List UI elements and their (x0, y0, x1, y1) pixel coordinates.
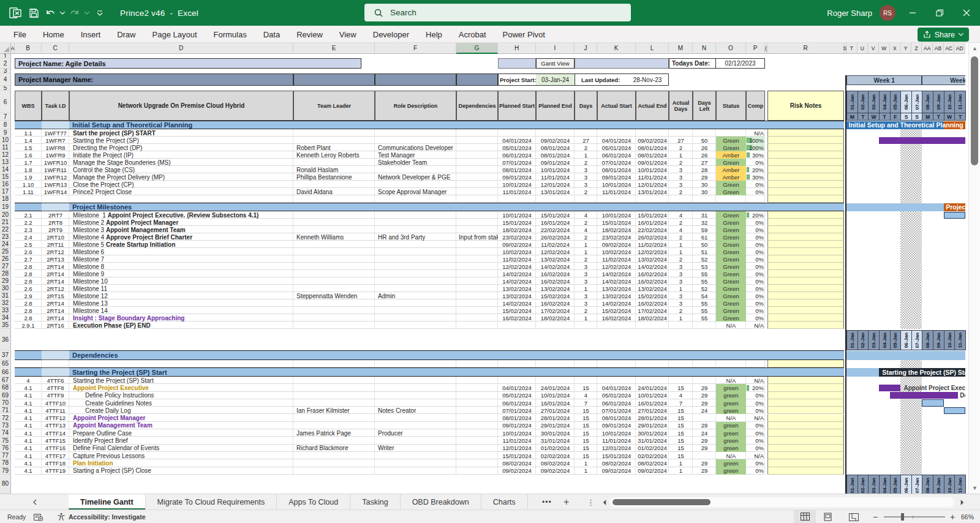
cell-K[interactable]: 09/02/2024 (597, 467, 636, 475)
cell-status[interactable]: Green (716, 314, 746, 322)
cell-status[interactable]: Amber (716, 151, 746, 159)
cell[interactable] (536, 129, 575, 137)
ribbon-tab-insert[interactable]: Insert (81, 30, 101, 39)
cell[interactable] (293, 399, 375, 407)
cell-L[interactable]: 12/01/2024 (636, 181, 669, 188)
table-header-E[interactable]: Team Leader (293, 91, 375, 121)
table-header-O[interactable]: Status (716, 91, 746, 121)
cell[interactable] (456, 292, 498, 299)
cell[interactable] (716, 360, 746, 367)
cell-wbs[interactable]: 1.1 (15, 129, 42, 137)
column-header-P[interactable]: P (746, 43, 765, 54)
cell-task-name[interactable]: Prince2 Project Close (69, 188, 293, 195)
ribbon-tab-home[interactable]: Home (43, 30, 64, 39)
cell-I[interactable]: 27/01/2024 (536, 407, 575, 414)
cell-J[interactable]: 2 (575, 144, 597, 151)
cell-wbs[interactable]: 4.1 (15, 445, 42, 452)
risk-notes-cell[interactable] (767, 292, 844, 299)
cell-J[interactable]: 15 (575, 384, 597, 391)
cell-J[interactable]: 2 (575, 188, 597, 195)
cell[interactable] (293, 422, 375, 429)
cell-H[interactable]: 08/02/2024 (498, 459, 536, 467)
cell-M[interactable]: 15 (669, 452, 693, 459)
cell-comp[interactable]: 0% (746, 407, 765, 414)
cell-wbs[interactable]: 1.7 (15, 159, 42, 166)
cell[interactable] (456, 407, 498, 414)
accessibility-status[interactable]: Accessibility: Investigate (57, 510, 145, 523)
cell-wbs[interactable]: 2.8 (15, 263, 42, 270)
cell-N[interactable]: 52 (693, 255, 716, 263)
cell[interactable] (456, 307, 498, 314)
cell[interactable] (456, 181, 498, 188)
cell-wbs[interactable]: 1.6 (15, 151, 42, 159)
column-header-Y[interactable]: Y (900, 43, 911, 54)
cell[interactable] (456, 360, 498, 367)
cell[interactable] (456, 151, 498, 159)
column-header-D[interactable]: D (69, 43, 293, 54)
cell-task-name[interactable]: Milestone 1 Appoint Project Executive. (… (69, 211, 293, 219)
column-header-V[interactable]: V (868, 43, 879, 54)
cell-wbs[interactable]: 2.8 (15, 270, 42, 277)
close-button[interactable] (953, 0, 980, 26)
page-break-preview-button[interactable] (849, 510, 859, 523)
cell-J[interactable]: 3 (575, 277, 597, 285)
cell-N[interactable]: 24 (693, 429, 716, 437)
cell-J[interactable]: 1 (575, 151, 597, 159)
cell-team-leader[interactable]: Kenneth Leroy Roberts (293, 151, 375, 159)
cell-N[interactable]: 55 (693, 314, 716, 322)
cell-comp[interactable]: 20% (746, 384, 765, 391)
cell-M[interactable]: 2 (669, 307, 693, 314)
cell-L[interactable]: 09/02/2024 (636, 137, 669, 144)
column-header-X[interactable]: X (890, 43, 901, 54)
cell-J[interactable]: 3 (575, 166, 597, 173)
risk-notes-cell[interactable] (767, 188, 844, 195)
cell-M[interactable]: 4 (669, 392, 693, 399)
row-header-73[interactable]: 73 (0, 422, 11, 429)
cell[interactable] (293, 211, 375, 219)
cell[interactable] (669, 129, 693, 137)
row-header-10[interactable]: 10 (0, 137, 11, 144)
cell[interactable] (375, 241, 456, 248)
row-header-80[interactable]: 80 (0, 475, 11, 494)
cell-K[interactable]: 07/01/2024 (597, 407, 636, 414)
cell-task-name[interactable]: Directing the Project (DP) (69, 144, 293, 151)
cell-task-id[interactable]: 1WFR10 (42, 159, 69, 166)
cell[interactable] (375, 219, 456, 226)
row-header-30[interactable]: 30 (0, 285, 11, 292)
cell-H[interactable]: 08/01/2024 (498, 415, 536, 422)
ribbon-tab-file[interactable]: File (13, 30, 26, 39)
cell-J[interactable]: 2 (575, 219, 597, 226)
cell-M[interactable]: 2 (669, 255, 693, 263)
cell-task-id[interactable]: 4TTF13 (42, 422, 69, 429)
cell[interactable] (693, 195, 716, 203)
cell-task-id[interactable]: 2RT14 (42, 270, 69, 277)
cell[interactable] (375, 307, 456, 314)
cell-L[interactable]: 18/02/2024 (636, 314, 669, 322)
cell-wbs[interactable]: 4.1 (15, 407, 42, 414)
cell-I[interactable]: 13/02/2024 (536, 285, 575, 292)
cell-task-name[interactable]: Initiate the Project (IP) (69, 151, 293, 159)
cell-J[interactable]: 4 (575, 211, 597, 219)
cell-L[interactable]: 01/02/2024 (636, 445, 669, 452)
cell-comp[interactable]: 0% (746, 392, 765, 399)
cell-L[interactable]: 14/02/2024 (636, 263, 669, 270)
cell-L[interactable]: 10/01/2024 (636, 392, 669, 399)
cell[interactable] (456, 173, 498, 181)
cell-I[interactable]: 08/02/2024 (536, 459, 575, 467)
row-header-15[interactable]: 15 (0, 173, 11, 181)
cell-K[interactable]: 12/01/2024 (597, 445, 636, 452)
cell-status[interactable]: green (716, 467, 746, 475)
row-header-7[interactable]: 7 (0, 113, 11, 121)
cell-task-name[interactable]: Insight : Stage Boundary Approaching (69, 314, 293, 322)
cell[interactable] (498, 322, 536, 329)
cell-K[interactable]: 11/01/2024 (597, 188, 636, 195)
cell-L[interactable]: 13/02/2024 (636, 255, 669, 263)
cell[interactable] (293, 277, 375, 285)
row-header-79[interactable]: 79 (0, 467, 11, 475)
cell[interactable] (636, 360, 669, 367)
cell-task-name[interactable]: Milestone 12 (69, 292, 293, 299)
cell-wbs[interactable]: 4.1 (15, 415, 42, 422)
cell-comp[interactable]: 0% (746, 159, 765, 166)
cell-task-id[interactable]: 2RT12 (42, 248, 69, 255)
cell-L[interactable]: 12/02/2024 (636, 248, 669, 255)
